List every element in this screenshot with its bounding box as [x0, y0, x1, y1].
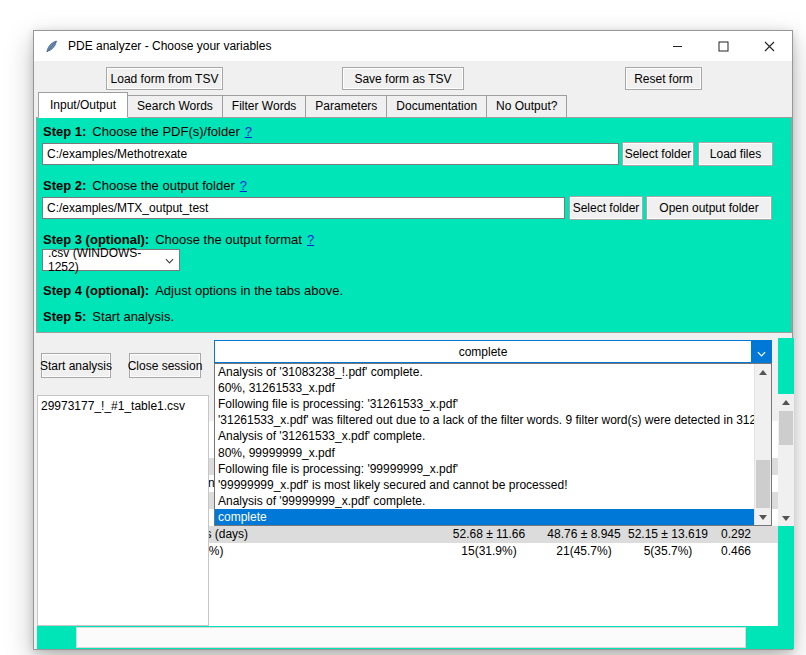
step5-label: Step 5:Start analysis.: [43, 309, 179, 324]
window-controls: [654, 31, 792, 61]
cell: 0.466: [721, 543, 751, 560]
step3-help-link[interactable]: ?: [307, 232, 314, 247]
log-item[interactable]: Following file is processing: '31261533_…: [215, 396, 754, 412]
load-files-button[interactable]: Load files: [698, 142, 773, 166]
log-item[interactable]: '31261533_x.pdf' was filtered out due to…: [215, 412, 754, 428]
log-item[interactable]: '99999999_x.pdf' is most likely secured …: [215, 477, 754, 493]
tab-documentation[interactable]: Documentation: [386, 95, 487, 118]
canvas-strip-right: [778, 338, 794, 626]
table-horizontal-scrollbar[interactable]: [76, 627, 746, 648]
scroll-up-icon[interactable]: [778, 394, 794, 410]
pdf-path-input[interactable]: [42, 143, 619, 165]
app-window: PDE analyzer - Choose your variables Loa…: [33, 30, 793, 650]
output-format-value: .csv (WINDOWS-1252): [48, 246, 165, 274]
status-combobox[interactable]: complete: [214, 340, 772, 363]
log-item[interactable]: 60%, 31261533_x.pdf: [215, 380, 754, 396]
list-item[interactable]: 29973177_!_#1_table1.csv: [38, 396, 208, 417]
minimize-icon[interactable]: [654, 31, 700, 61]
reset-form-button[interactable]: Reset form: [625, 67, 702, 90]
step3-label: Step 3 (optional):Choose the output form…: [43, 232, 314, 247]
save-form-button[interactable]: Save form as TSV: [342, 67, 464, 90]
cell: 0.292: [721, 526, 751, 543]
step2-select-folder-button[interactable]: Select folder: [569, 196, 643, 220]
output-path-input[interactable]: [42, 197, 565, 219]
titlebar: PDE analyzer - Choose your variables: [34, 31, 792, 61]
cell: 48.76 ± 8.945: [547, 526, 620, 543]
cell: 5(35.7%): [644, 543, 693, 560]
log-item[interactable]: 80%, 99999999_x.pdf: [215, 444, 754, 460]
step1-help-link[interactable]: ?: [245, 124, 252, 139]
step1-label: Step 1:Choose the PDF(s)/folder?: [43, 124, 252, 139]
log-item[interactable]: Analysis of '99999999_x.pdf' complete.: [215, 493, 754, 509]
open-output-folder-button[interactable]: Open output folder: [646, 196, 772, 220]
tab-parameters[interactable]: Parameters: [305, 95, 387, 118]
log-items: Analysis of '31083238_!.pdf' complete. 6…: [215, 364, 754, 525]
log-item[interactable]: Analysis of '31261533_x.pdf' complete.: [215, 428, 754, 444]
start-analysis-button[interactable]: Start analysis: [41, 353, 111, 378]
log-item[interactable]: Analysis of '31083238_!.pdf' complete.: [215, 364, 754, 380]
maximize-icon[interactable]: [700, 31, 746, 61]
tab-search-words[interactable]: Search Words: [127, 95, 223, 118]
step4-label: Step 4 (optional):Adjust options in the …: [43, 283, 348, 298]
cell: 52.68 ± 11.66: [453, 526, 525, 543]
step2-help-link[interactable]: ?: [240, 178, 247, 193]
table-vertical-scrollbar[interactable]: [778, 394, 794, 526]
status-combobox-value: complete: [215, 341, 751, 362]
scrollbar-thumb[interactable]: [756, 460, 770, 508]
scroll-up-icon[interactable]: [755, 364, 771, 380]
scroll-down-icon[interactable]: [755, 509, 771, 525]
output-format-select[interactable]: .csv (WINDOWS-1252): [42, 249, 180, 271]
window-title: PDE analyzer - Choose your variables: [68, 39, 271, 53]
log-item[interactable]: Following file is processing: '99999999_…: [215, 461, 754, 477]
chevron-down-icon: [757, 343, 766, 361]
close-icon[interactable]: [746, 31, 792, 61]
steps-panel: Step 1:Choose the PDF(s)/folder? Select …: [36, 117, 792, 333]
step2-label: Step 2:Choose the output folder?: [43, 178, 247, 193]
log-item-selected[interactable]: complete: [215, 509, 754, 525]
chevron-down-icon: [165, 253, 174, 267]
cell: 21(45.7%): [556, 543, 611, 560]
dropdown-scrollbar[interactable]: [754, 364, 771, 525]
log-dropdown-list: Analysis of '31083238_!.pdf' complete. 6…: [214, 363, 772, 526]
canvas-strip-bottom: [37, 626, 794, 649]
tab-filter-words[interactable]: Filter Words: [222, 95, 306, 118]
step1-select-folder-button[interactable]: Select folder: [622, 142, 694, 166]
cell: 52.15 ± 13.619: [628, 526, 708, 543]
tab-no-output[interactable]: No Output?: [486, 95, 567, 118]
scrollbar-thumb[interactable]: [779, 411, 793, 445]
load-form-button[interactable]: Load form from TSV: [106, 67, 223, 90]
app-icon: [43, 38, 59, 54]
cell: 15(31.9%): [461, 543, 516, 560]
csv-file-list: 29973177_!_#1_table1.csv: [37, 395, 209, 626]
tab-bar: Input/Output Search Words Filter Words P…: [38, 95, 566, 118]
close-session-button[interactable]: Close session: [129, 353, 201, 378]
combobox-dropdown-button[interactable]: [751, 341, 771, 362]
tab-input-output[interactable]: Input/Output: [38, 92, 128, 118]
scroll-down-icon[interactable]: [778, 510, 794, 526]
